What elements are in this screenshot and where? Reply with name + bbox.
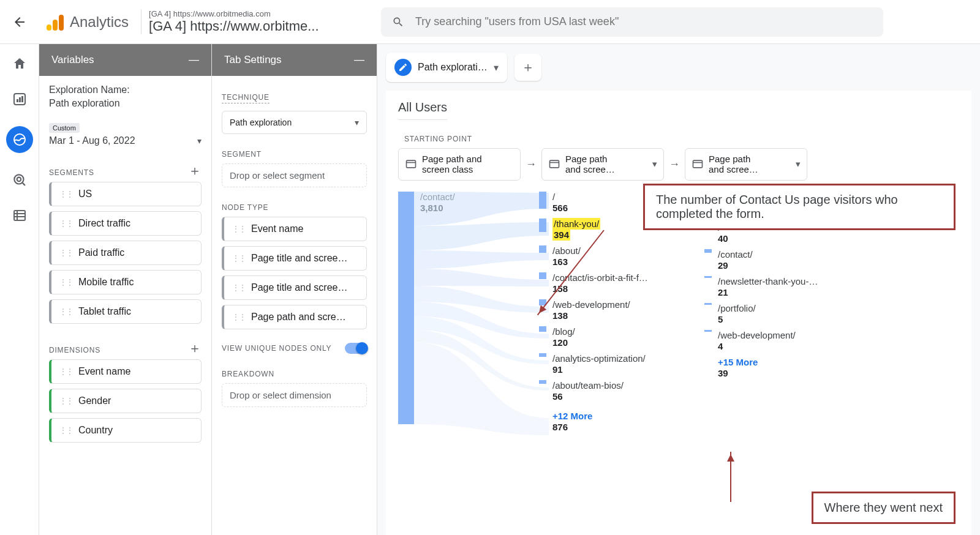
arrow-right-icon: → <box>669 158 680 171</box>
dimensions-label: DIMENSIONS <box>49 346 100 354</box>
path-node[interactable]: /newsletter-thank-you-…21 <box>704 276 851 298</box>
drag-handle-icon: ⋮⋮ <box>59 307 72 316</box>
node-bar <box>704 303 712 305</box>
nodetype-chip[interactable]: ⋮⋮Event name <box>222 217 367 241</box>
property-subtitle: [GA 4] https://www.orbitmedia.com <box>149 9 366 18</box>
breakdown-dropzone[interactable]: Drop or select dimension <box>222 383 367 407</box>
svg-rect-3 <box>21 96 23 102</box>
breakdown-label: BREAKDOWN <box>222 370 367 378</box>
search-box[interactable] <box>381 7 883 37</box>
drag-handle-icon: ⋮⋮ <box>59 219 72 228</box>
nodetype-label: NODE TYPE <box>222 203 367 212</box>
svg-rect-7 <box>14 211 25 220</box>
segment-chip[interactable]: ⋮⋮US <box>49 182 202 206</box>
drag-handle-icon: ⋮⋮ <box>232 312 245 322</box>
add-dimension-button[interactable]: ＋ <box>188 339 202 357</box>
path-node[interactable]: /web-development/138 <box>539 299 686 321</box>
chevron-down-icon: ▾ <box>652 159 657 170</box>
arrow-right-icon: → <box>526 158 537 171</box>
drag-handle-icon: ⋮⋮ <box>59 277 72 287</box>
tab-name: Path explorati… <box>418 62 488 73</box>
add-segment-button[interactable]: ＋ <box>188 162 202 180</box>
path-node[interactable]: /portfolio/5 <box>704 303 851 325</box>
segment-dropzone[interactable]: Drop or select segment <box>222 163 367 187</box>
path-node[interactable]: /blog/120 <box>539 326 686 348</box>
segment-label: SEGMENT <box>222 150 367 159</box>
segment-chip[interactable]: ⋮⋮Paid traffic <box>49 241 202 265</box>
webpage-icon <box>692 158 704 170</box>
node-bar <box>704 330 712 332</box>
node-bar <box>539 272 546 279</box>
nodetype-chip[interactable]: ⋮⋮Page path and scre… <box>222 305 367 329</box>
date-type-badge: Custom <box>49 123 80 133</box>
left-nav-rail <box>0 44 39 535</box>
path-node[interactable]: /about/team-bios/56 <box>539 380 686 402</box>
nodetype-chip[interactable]: ⋮⋮Page title and scree… <box>222 246 367 271</box>
nav-reports-icon[interactable] <box>11 91 28 108</box>
step-dimension-box[interactable]: Page pathand scree… ▾ <box>541 148 664 181</box>
chevron-down-icon: ▾ <box>796 159 801 170</box>
technique-label: TECHNIQUE <box>222 93 270 103</box>
nodetype-chip[interactable]: ⋮⋮Page title and scree… <box>222 275 367 300</box>
path-node[interactable]: /web-development/4 <box>704 330 851 352</box>
nav-home-icon[interactable] <box>11 55 28 72</box>
drag-handle-icon: ⋮⋮ <box>59 248 72 258</box>
property-title: [GA 4] https://www.orbitme... <box>149 18 366 34</box>
edit-icon <box>394 59 412 76</box>
path-more-link[interactable]: +15 More39 <box>704 357 851 379</box>
analytics-logo-icon <box>47 13 64 31</box>
chevron-down-icon: ▾ <box>197 136 202 146</box>
search-input[interactable] <box>415 15 872 28</box>
drag-handle-icon: ⋮⋮ <box>59 189 72 199</box>
drag-handle-icon: ⋮⋮ <box>232 253 245 263</box>
dimension-chip[interactable]: ⋮⋮Event name <box>49 359 202 384</box>
nav-advertising-icon[interactable] <box>11 171 28 189</box>
webpage-icon <box>548 158 560 170</box>
segment-chip[interactable]: ⋮⋮Tablet traffic <box>49 299 202 324</box>
svg-rect-11 <box>407 160 416 168</box>
svg-rect-2 <box>19 97 21 102</box>
segments-label: SEGMENTS <box>49 168 94 177</box>
property-selector[interactable]: [GA 4] https://www.orbitmedia.com [GA 4]… <box>141 9 374 34</box>
nav-explore-icon[interactable] <box>6 126 33 153</box>
tab-settings-header: Tab Settings — <box>212 44 377 76</box>
dimension-chip[interactable]: ⋮⋮Gender <box>49 389 202 413</box>
dimension-chip[interactable]: ⋮⋮Country <box>49 418 202 443</box>
chevron-down-icon[interactable]: ▾ <box>494 62 499 73</box>
step-dimension-box[interactable]: Page path andscreen class <box>398 148 521 181</box>
svg-point-6 <box>17 178 21 182</box>
variables-panel: Variables — Exploration Name: Path explo… <box>39 44 212 535</box>
exploration-name[interactable]: Path exploration <box>49 98 202 109</box>
svg-rect-13 <box>550 160 559 168</box>
node-bar <box>539 326 546 332</box>
annotation-box: The number of Contact Us page visitors w… <box>643 184 956 230</box>
unique-nodes-toggle[interactable] <box>345 343 367 354</box>
collapse-icon[interactable]: — <box>189 54 199 66</box>
back-button[interactable] <box>5 7 34 37</box>
exploration-tab[interactable]: Path explorati… ▾ <box>386 53 507 82</box>
date-range-picker[interactable]: Custom Mar 1 - Aug 6, 2022 ▾ <box>49 122 202 146</box>
path-diagram: /contact/ 3,810 <box>398 192 959 455</box>
tab-settings-title: Tab Settings <box>224 54 282 66</box>
chevron-down-icon: ▾ <box>355 118 359 127</box>
technique-dropdown[interactable]: Path exploration ▾ <box>222 111 367 134</box>
node-bar <box>539 353 546 357</box>
step-dimension-box[interactable]: Page pathand scree… ▾ <box>685 148 807 181</box>
drag-handle-icon: ⋮⋮ <box>232 283 245 293</box>
path-node[interactable]: /contact/29 <box>704 249 851 271</box>
variables-header: Variables — <box>39 44 211 76</box>
nav-configure-icon[interactable] <box>11 207 28 224</box>
segment-chip[interactable]: ⋮⋮Direct traffic <box>49 211 202 236</box>
path-node[interactable]: /about/163 <box>539 245 686 268</box>
collapse-icon[interactable]: — <box>354 54 364 66</box>
drag-handle-icon: ⋮⋮ <box>59 367 72 376</box>
exploration-canvas: Path explorati… ▾ ＋ All Users STARTING P… <box>377 44 980 535</box>
path-node[interactable]: /analytics-optimization/91 <box>539 353 686 375</box>
path-more-link[interactable]: +12 More876 <box>539 411 686 433</box>
segment-chip[interactable]: ⋮⋮Mobile traffic <box>49 270 202 294</box>
add-tab-button[interactable]: ＋ <box>514 54 541 81</box>
node-bar <box>539 219 546 232</box>
svg-rect-15 <box>693 160 703 168</box>
drag-handle-icon: ⋮⋮ <box>59 425 72 435</box>
annotation-arrow <box>730 452 731 502</box>
